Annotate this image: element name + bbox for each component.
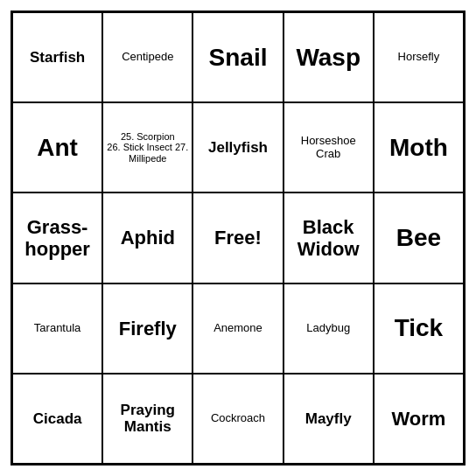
bingo-cell-14: Bee (374, 192, 464, 283)
cell-label: Anemone (214, 322, 262, 335)
cell-label: PrayingMantis (121, 402, 175, 436)
bingo-cell-8: HorseshoeCrab (284, 102, 374, 192)
cell-label: Jellyfish (208, 139, 268, 157)
bingo-cell-10: Grass-hopper (12, 192, 102, 283)
cell-label: Tick (395, 314, 444, 342)
bingo-cell-17: Anemone (192, 284, 283, 374)
bingo-cell-19: Tick (374, 284, 464, 374)
bingo-cell-24: Worm (374, 374, 464, 464)
cell-label: Grass-hopper (24, 216, 90, 261)
cell-label: 25. Scorpion26. Stick Insect 27. Millipe… (107, 131, 188, 164)
bingo-cell-23: Mayfly (284, 374, 374, 464)
cell-label: Centipede (122, 51, 173, 64)
bingo-cell-3: Wasp (284, 12, 374, 102)
bingo-cell-2: Snail (192, 12, 283, 102)
cell-label: Cockroach (211, 412, 265, 425)
cell-label: Snail (209, 44, 268, 72)
cell-label: Wasp (296, 44, 360, 72)
cell-label: Worm (391, 408, 445, 430)
bingo-cell-22: Cockroach (192, 374, 283, 464)
bingo-cell-15: Tarantula (12, 284, 102, 374)
cell-label: Ant (37, 134, 78, 162)
cell-label: Firefly (119, 318, 177, 340)
bingo-cell-16: Firefly (102, 284, 192, 374)
bingo-cell-18: Ladybug (284, 284, 374, 374)
cell-label: Aphid (121, 227, 175, 248)
cell-label: HorseshoeCrab (301, 135, 356, 161)
bingo-cell-0: Starfish (12, 12, 102, 102)
bingo-cell-6: 25. Scorpion26. Stick Insect 27. Millipe… (102, 102, 192, 192)
bingo-cell-20: Cicada (12, 374, 102, 464)
bingo-cell-9: Moth (374, 102, 464, 192)
bingo-cell-7: Jellyfish (192, 102, 283, 192)
cell-label: Starfish (30, 49, 85, 66)
cell-label: Ladybug (306, 322, 350, 335)
cell-label: Moth (389, 134, 448, 162)
cell-label: Tarantula (34, 322, 80, 335)
cell-label: Horsefly (398, 51, 440, 64)
bingo-cell-13: BlackWidow (284, 192, 374, 283)
bingo-cell-12: Free! (192, 192, 283, 283)
bingo-cell-1: Centipede (102, 12, 192, 102)
cell-label: Bee (396, 224, 441, 252)
bingo-cell-4: Horsefly (374, 12, 464, 102)
bingo-card: StarfishCentipedeSnailWaspHorseflyAnt25.… (10, 10, 466, 466)
cell-label: Mayfly (305, 410, 352, 428)
cell-label: BlackWidow (298, 216, 360, 261)
cell-label: Free! (214, 227, 262, 248)
cell-label: Cicada (33, 410, 82, 428)
bingo-cell-21: PrayingMantis (102, 374, 192, 464)
bingo-cell-5: Ant (12, 102, 102, 192)
bingo-cell-11: Aphid (102, 192, 192, 283)
